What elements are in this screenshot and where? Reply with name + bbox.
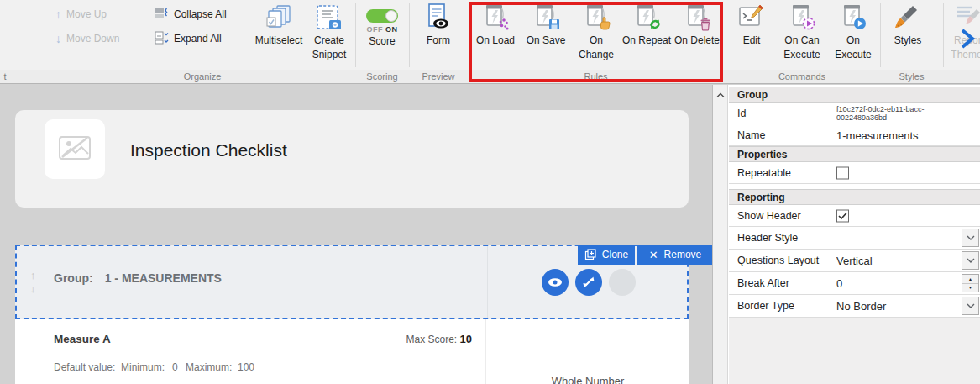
repeatable-label: Repeatable: [737, 167, 791, 179]
clone-button[interactable]: Clone: [578, 245, 635, 265]
eye-icon: [546, 273, 564, 292]
scroll-up-chevron-icon[interactable]: [716, 87, 725, 384]
score-toggle-icon[interactable]: [366, 9, 398, 23]
max-score-label: Max Score:: [406, 334, 458, 345]
form-image-placeholder[interactable]: [45, 119, 105, 179]
scoring-group-label: Scoring: [355, 71, 409, 82]
column-divider: [831, 250, 831, 271]
question-row[interactable]: Measure A Max Score: 10 Default value: M…: [15, 319, 689, 384]
property-row-break-after: Break After 0 ▲ ▼: [729, 272, 980, 295]
section-header-properties[interactable]: Properties: [729, 146, 980, 162]
on-delete-button[interactable]: On Delete: [672, 1, 722, 70]
show-header-checkbox-checked[interactable]: [836, 209, 849, 222]
questions-layout-value[interactable]: Vertical: [836, 255, 959, 267]
border-type-dropdown-button[interactable]: [962, 297, 979, 315]
create-snippet-label-2: Snippet: [305, 49, 354, 61]
group-expand-button[interactable]: [575, 269, 602, 296]
move-down-button[interactable]: ↓ Move Down: [55, 29, 119, 48]
on-can-execute-button[interactable]: On Can Execute: [777, 1, 827, 70]
default-value-label: Default value:: [54, 361, 115, 373]
collapse-all-button[interactable]: Collapse All: [154, 5, 227, 24]
multiselect-button[interactable]: Multiselect: [253, 1, 305, 70]
app-window: t Organize Scoring Preview Rules Command…: [0, 0, 980, 384]
form-designer-canvas: Inspection Checklist ↑ ↓ Group:1 - MEASU…: [0, 85, 712, 384]
id-value[interactable]: f10c272f-0dc2-eb11-bacc-0022489a36bd: [836, 105, 959, 122]
group-column-divider: [487, 246, 488, 318]
expand-all-button[interactable]: Expand All: [154, 29, 222, 48]
arrow-down-icon: ↓: [55, 32, 61, 45]
expand-all-icon: [154, 30, 169, 48]
group-title-prefix: Group:: [54, 271, 93, 285]
section-header-reporting[interactable]: Reporting: [729, 189, 980, 205]
group-visibility-button[interactable]: [542, 269, 569, 296]
border-type-value[interactable]: No Border: [836, 300, 959, 313]
on-repeat-button[interactable]: On Repeat: [620, 1, 673, 70]
questions-layout-dropdown-button[interactable]: [962, 251, 979, 270]
column-divider: [831, 205, 831, 226]
repeatable-checkbox-unchecked[interactable]: [836, 166, 849, 179]
name-value[interactable]: 1-measurements: [836, 129, 959, 141]
multiselect-icon: [253, 1, 305, 33]
column-divider: [831, 124, 831, 145]
on-execute-icon: [828, 1, 878, 33]
on-repeat-icon: [620, 1, 673, 33]
questions-layout-label: Questions Layout: [737, 255, 819, 266]
spinner-down-button[interactable]: ▼: [962, 284, 978, 292]
question-column-divider: [485, 319, 486, 384]
remove-label: Remove: [664, 249, 702, 260]
remove-button[interactable]: ✕ Remove: [637, 245, 712, 265]
score-toggle-button[interactable]: OFF ON Score: [358, 1, 406, 70]
column-divider: [831, 295, 831, 317]
on-change-button[interactable]: On Change: [572, 1, 621, 70]
edit-button[interactable]: Edit: [727, 1, 776, 70]
group-row-selected[interactable]: ↑ ↓ Group:1 - MEASUREMENTS Clone ✕ Remov…: [15, 245, 689, 319]
on-save-button[interactable]: On Save: [521, 1, 570, 70]
styles-button[interactable]: Styles: [883, 1, 932, 70]
move-up-label: Move Up: [66, 8, 107, 20]
form-label: Form: [414, 34, 463, 47]
on-delete-label: On Delete: [672, 34, 722, 47]
on-execute-label-1: On: [828, 34, 878, 47]
form-title[interactable]: Inspection Checklist: [130, 140, 287, 160]
ribbon-scroll-right-chevron-icon[interactable]: [958, 28, 977, 53]
ribbon-divider: [880, 3, 881, 67]
preview-group-label: Preview: [409, 71, 468, 82]
commands-group-label: Commands: [724, 71, 880, 82]
break-after-label: Break After: [737, 277, 789, 289]
move-up-button[interactable]: ↑ Move Up: [55, 5, 107, 24]
question-max-score: Max Score: 10: [317, 333, 472, 345]
styles-label: Styles: [883, 34, 932, 47]
edit-label: Edit: [727, 34, 776, 47]
spinner-up-button[interactable]: ▲: [962, 275, 978, 284]
property-row-header-style: Header Style: [729, 227, 980, 250]
property-row-show-header: Show Header: [729, 205, 980, 227]
properties-panel: Group Id f10c272f-0dc2-eb11-bacc-0022489…: [712, 85, 980, 384]
organize-group-label: Organize: [50, 71, 355, 82]
minimum-value: 0: [172, 361, 178, 373]
edit-icon: [727, 1, 776, 33]
on-execute-button[interactable]: On Execute: [828, 1, 878, 70]
section-header-group[interactable]: Group: [729, 87, 980, 103]
on-change-label-2: Change: [572, 49, 621, 61]
header-style-dropdown-button[interactable]: [962, 229, 979, 247]
id-label: Id: [737, 108, 746, 119]
group-extra-button[interactable]: [609, 269, 636, 296]
minimum-label: Minimum:: [121, 361, 165, 373]
on-execute-label-2: Execute: [828, 49, 878, 61]
ribbon-divider: [50, 3, 50, 67]
column-divider: [831, 162, 831, 183]
panel-scroll-strip[interactable]: [713, 85, 728, 384]
break-after-value[interactable]: 0: [836, 277, 959, 290]
on-load-button[interactable]: On Load: [471, 1, 520, 70]
create-snippet-label-1: Create: [305, 34, 354, 47]
form-header-card[interactable]: Inspection Checklist: [15, 110, 689, 208]
create-snippet-button[interactable]: Create Snippet: [305, 1, 354, 70]
expand-all-label: Expand All: [174, 33, 222, 45]
property-row-name: Name 1-measurements: [729, 124, 980, 146]
group-move-down-icon[interactable]: ↓: [30, 283, 36, 294]
ribbon-divider: [409, 3, 410, 67]
group-move-up-icon[interactable]: ↑: [30, 270, 36, 281]
form-preview-button[interactable]: Form: [414, 1, 463, 70]
move-down-label: Move Down: [66, 33, 119, 45]
property-row-repeatable: Repeatable: [729, 162, 980, 184]
